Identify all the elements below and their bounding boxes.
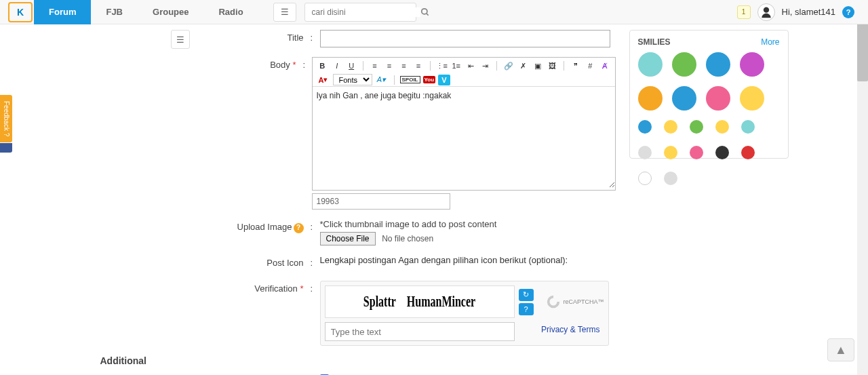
smiley-sm-7[interactable] xyxy=(664,146,677,159)
smilies-title: SMILIES xyxy=(638,37,671,47)
body-textarea[interactable]: Iya nih Gan , ane juga begitu :ngakak xyxy=(313,86,615,188)
italic-icon[interactable]: I xyxy=(331,60,342,71)
underline-icon[interactable]: U xyxy=(345,60,357,71)
nav-fjb[interactable]: FJB xyxy=(91,0,138,24)
search-box xyxy=(304,3,416,22)
choose-file-button[interactable]: Choose File xyxy=(320,232,376,245)
smiley-3[interactable] xyxy=(706,52,730,77)
smiley-sm-6[interactable] xyxy=(638,146,652,159)
smiley-sm-4[interactable] xyxy=(715,120,729,134)
recaptcha-logo: reCAPTCHA™ xyxy=(546,294,604,309)
align-center-icon[interactable]: ≡ xyxy=(383,60,395,71)
notification-badge[interactable]: 1 xyxy=(737,5,751,19)
quote-icon[interactable]: ❞ xyxy=(570,60,581,71)
bold-icon[interactable]: B xyxy=(317,60,328,71)
spoiler-button[interactable]: SPOIL xyxy=(400,76,420,83)
outdent-icon[interactable]: ⇤ xyxy=(465,60,476,71)
captcha-refresh-icon[interactable]: ↻ xyxy=(519,289,534,301)
smiley-8[interactable] xyxy=(740,86,764,111)
smiley-sm-5[interactable] xyxy=(741,120,755,134)
verification-label: Verification * xyxy=(195,281,311,297)
font-select[interactable]: Fonts xyxy=(333,74,372,85)
smiley-7[interactable] xyxy=(706,86,730,111)
additional-heading: Additional xyxy=(100,355,616,366)
font-size-icon[interactable]: A▾ xyxy=(375,75,389,85)
upload-help-icon[interactable]: ? xyxy=(294,223,304,233)
avatar[interactable] xyxy=(757,3,775,21)
hash-icon[interactable]: # xyxy=(585,60,596,71)
social-tab[interactable] xyxy=(0,143,12,153)
smiley-sm-10[interactable] xyxy=(741,146,755,159)
smiley-sm-11[interactable] xyxy=(638,172,652,185)
body-label: Body * xyxy=(195,57,303,73)
captcha-privacy-link[interactable]: Privacy & Terms xyxy=(541,325,599,334)
align-right-icon[interactable]: ≡ xyxy=(398,60,410,71)
hamburger-icon[interactable]: ☰ xyxy=(273,3,296,22)
smiley-sm-8[interactable] xyxy=(690,146,703,159)
upload-hint: *Click thumbnail image to add to post co… xyxy=(320,219,616,229)
char-count xyxy=(312,193,450,210)
smiley-sm-3[interactable] xyxy=(690,120,703,134)
smilies-panel: SMILIES More xyxy=(629,30,789,159)
feedback-tab[interactable]: Feedback ? xyxy=(0,95,12,142)
smiley-sm-1[interactable] xyxy=(638,120,652,134)
posticon-label: Post Icon xyxy=(195,255,311,271)
unlink-icon[interactable]: ✗ xyxy=(517,60,529,71)
editor-toolbar: B I U ≡ ≡ ≡ ≡ ⋮≡ 1≡ ⇤ xyxy=(313,58,615,86)
search-icon[interactable] xyxy=(420,7,430,17)
vimeo-icon[interactable]: V xyxy=(438,75,450,85)
link-icon[interactable]: 🔗 xyxy=(502,60,514,71)
svg-point-0 xyxy=(421,8,427,14)
align-left-icon[interactable]: ≡ xyxy=(369,60,380,71)
captcha-image: Splattr HumanMincer xyxy=(325,285,515,318)
list-ol-icon[interactable]: 1≡ xyxy=(450,60,462,71)
nav-radio[interactable]: Radio xyxy=(203,0,258,24)
youtube-icon[interactable]: You xyxy=(423,76,436,83)
help-icon[interactable]: ? xyxy=(842,6,854,18)
captcha-audio-icon[interactable]: ? xyxy=(519,303,534,315)
smiley-sm-2[interactable] xyxy=(664,120,677,134)
sidebar-toggle-icon[interactable]: ☰ xyxy=(171,30,190,49)
editor: B I U ≡ ≡ ≡ ≡ ⋮≡ 1≡ ⇤ xyxy=(312,57,616,191)
title-label: Title xyxy=(195,30,311,46)
top-nav: K Forum FJB Groupee Radio ☰ 1 Hi, slamet… xyxy=(0,0,868,24)
smiley-4[interactable] xyxy=(740,52,764,77)
title-input[interactable] xyxy=(320,30,610,47)
picture-icon[interactable]: 🖼 xyxy=(547,60,558,71)
svg-line-1 xyxy=(426,13,428,15)
nav-forum[interactable]: Forum xyxy=(34,0,91,24)
user-greeting[interactable]: Hi, slamet141 xyxy=(782,7,835,17)
align-justify-icon[interactable]: ≡ xyxy=(412,60,424,71)
image-icon[interactable]: ▣ xyxy=(532,60,543,71)
smiley-1[interactable] xyxy=(638,52,663,77)
smiley-sm-12[interactable] xyxy=(664,172,677,185)
font-color-icon[interactable]: A▾ xyxy=(317,75,330,85)
search-input[interactable] xyxy=(305,7,420,17)
file-status: No file chosen xyxy=(382,234,433,243)
scroll-top-button[interactable]: ▲ xyxy=(827,338,854,361)
smilies-more-link[interactable]: More xyxy=(761,37,779,47)
site-logo[interactable]: K xyxy=(8,2,33,22)
clear-format-icon[interactable]: A̸ xyxy=(599,60,610,71)
smiley-6[interactable] xyxy=(672,86,696,111)
smiley-5[interactable] xyxy=(638,86,663,111)
indent-icon[interactable]: ⇥ xyxy=(479,60,491,71)
svg-point-2 xyxy=(763,7,768,12)
upload-label: Upload Image? xyxy=(195,219,311,235)
nav-groupee[interactable]: Groupee xyxy=(138,0,203,24)
page-scrollbar[interactable] xyxy=(857,0,868,375)
captcha-input[interactable] xyxy=(325,322,515,341)
list-ul-icon[interactable]: ⋮≡ xyxy=(436,60,448,71)
posticon-text: Lengkapi postingan Agan dengan pilihan i… xyxy=(320,255,568,265)
captcha-widget: Splattr HumanMincer ↻ ? reCAPTCHA™ xyxy=(320,281,609,346)
smiley-sm-9[interactable] xyxy=(715,146,729,159)
smiley-2[interactable] xyxy=(672,52,696,77)
